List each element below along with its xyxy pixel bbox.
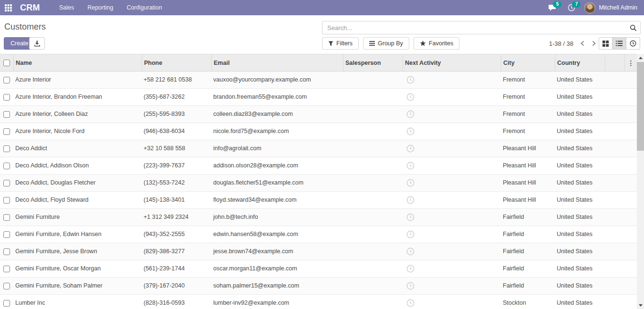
chevron-left-icon xyxy=(580,41,585,46)
row-checkbox[interactable] xyxy=(3,77,10,83)
cell-name: Deco Addict, Addison Olson xyxy=(13,157,142,174)
column-header-phone[interactable]: Phone xyxy=(142,54,211,71)
cell-options xyxy=(624,209,637,226)
select-all-checkbox[interactable] xyxy=(3,60,10,66)
table-row[interactable]: Gemini Furniture, Jesse Brown (829)-386-… xyxy=(0,243,637,260)
group-by-button[interactable]: Group By xyxy=(363,37,409,50)
kanban-view-button[interactable] xyxy=(599,37,613,50)
table-row[interactable]: Deco Addict +32 10 588 558 info@agrolait… xyxy=(0,140,637,157)
row-checkbox[interactable] xyxy=(3,231,10,238)
cell-city: Fairfield xyxy=(501,243,555,260)
cell-email: jesse.brown74@example.com xyxy=(211,243,343,260)
table-row[interactable]: Lumber Inc (828)-316-0593 lumber-inv92@e… xyxy=(0,295,637,309)
column-header-country[interactable]: Country xyxy=(555,54,605,71)
scrollbar-up-button[interactable] xyxy=(637,54,644,62)
cell-email: john.b@tech.info xyxy=(211,209,343,226)
row-checkbox[interactable] xyxy=(3,214,10,221)
table-row[interactable]: Gemini Furniture, Soham Palmer (379)-167… xyxy=(0,278,637,295)
table-row[interactable]: Gemini Furniture, Oscar Morgan (561)-239… xyxy=(0,260,637,278)
optional-columns-button[interactable]: ⋮ xyxy=(628,60,634,66)
top-navbar: CRM Sales Reporting Configuration 5 xyxy=(0,0,644,15)
cell-next-activity xyxy=(403,140,501,157)
menu-sales[interactable]: Sales xyxy=(53,0,80,15)
next-activity-clock-icon[interactable] xyxy=(406,179,415,187)
next-activity-clock-icon[interactable] xyxy=(406,127,415,135)
next-activity-clock-icon[interactable] xyxy=(406,265,415,273)
group-by-icon xyxy=(369,41,375,46)
next-activity-clock-icon[interactable] xyxy=(406,282,415,290)
table-row[interactable]: Gemini Furniture, Edwin Hansen (943)-352… xyxy=(0,226,637,243)
table-row[interactable]: Deco Addict, Floyd Steward (145)-138-340… xyxy=(0,192,637,209)
cell-next-activity xyxy=(403,123,501,140)
column-header-email[interactable]: Email xyxy=(211,54,343,71)
column-header-next-activity[interactable]: Next Activity xyxy=(403,54,501,71)
table-row[interactable]: Deco Addict, Douglas Fletcher (132)-553-… xyxy=(0,175,637,192)
column-header-name[interactable]: Name xyxy=(13,54,142,71)
next-activity-clock-icon[interactable] xyxy=(406,196,415,204)
row-checkbox[interactable] xyxy=(3,163,10,169)
row-checkbox[interactable] xyxy=(3,145,10,152)
cell-city: Fairfield xyxy=(501,278,555,294)
pager-next-button[interactable] xyxy=(592,41,596,46)
list-view-button[interactable] xyxy=(613,37,626,50)
next-activity-clock-icon[interactable] xyxy=(406,93,415,101)
row-checkbox-cell xyxy=(0,278,13,294)
menu-configuration[interactable]: Configuration xyxy=(121,0,167,15)
cell-name: Azure Interior, Colleen Diaz xyxy=(13,106,142,123)
next-activity-clock-icon[interactable] xyxy=(406,110,415,118)
next-activity-clock-icon[interactable] xyxy=(406,299,415,307)
table-row[interactable]: Azure Interior, Brandon Freeman (355)-68… xyxy=(0,89,637,106)
activities-button[interactable]: 7 xyxy=(563,0,580,15)
cell-country: United States xyxy=(555,260,605,277)
cell-name: Deco Addict, Floyd Steward xyxy=(13,192,142,208)
row-checkbox-cell xyxy=(0,226,13,243)
column-header-salesperson[interactable]: Salesperson xyxy=(343,54,403,71)
row-checkbox[interactable] xyxy=(3,111,10,118)
cell-salesperson xyxy=(343,72,403,88)
cell-email: douglas.fletcher51@example.com xyxy=(211,175,343,191)
favorites-button[interactable]: Favorites xyxy=(414,37,459,50)
user-menu[interactable]: Mitchell Admin xyxy=(582,2,639,13)
row-checkbox[interactable] xyxy=(3,197,10,204)
cell-country: United States xyxy=(555,72,605,88)
next-activity-clock-icon[interactable] xyxy=(406,213,415,221)
apps-menu-button[interactable] xyxy=(0,0,16,15)
table-row[interactable]: Deco Addict, Addison Olson (223)-399-763… xyxy=(0,157,637,175)
next-activity-clock-icon[interactable] xyxy=(406,247,415,256)
scrollbar-thumb[interactable] xyxy=(637,62,644,151)
next-activity-clock-icon[interactable] xyxy=(406,230,415,238)
row-checkbox[interactable] xyxy=(3,248,10,255)
cell-phone: (379)-167-2040 xyxy=(142,278,211,294)
app-brand[interactable]: CRM xyxy=(20,3,40,13)
scrollbar-down-button[interactable] xyxy=(637,301,644,309)
next-activity-clock-icon[interactable] xyxy=(406,76,415,84)
cell-filler xyxy=(605,295,624,309)
menu-reporting[interactable]: Reporting xyxy=(82,0,119,15)
pager-previous-button[interactable] xyxy=(580,41,585,46)
activity-view-button[interactable] xyxy=(626,37,640,50)
search-input[interactable] xyxy=(322,24,626,31)
filters-button[interactable]: Filters xyxy=(322,37,359,50)
row-checkbox[interactable] xyxy=(3,266,10,272)
row-checkbox-cell xyxy=(0,295,13,309)
table-row[interactable]: Azure Interior +58 212 681 0538 vauxoo@y… xyxy=(0,72,637,89)
search-button[interactable] xyxy=(626,21,640,34)
cell-filler xyxy=(605,278,624,294)
cell-city: Fairfield xyxy=(501,226,555,243)
export-button[interactable] xyxy=(29,37,45,50)
cell-name: Gemini Furniture, Soham Palmer xyxy=(13,278,142,294)
next-activity-clock-icon[interactable] xyxy=(406,144,415,153)
row-checkbox[interactable] xyxy=(3,283,10,289)
table-row[interactable]: Azure Interior, Nicole Ford (946)-638-60… xyxy=(0,123,637,140)
table-row[interactable]: Gemini Furniture +1 312 349 2324 john.b@… xyxy=(0,209,637,226)
row-checkbox[interactable] xyxy=(3,128,10,135)
table-row[interactable]: Azure Interior, Colleen Diaz (255)-595-8… xyxy=(0,106,637,123)
messages-button[interactable]: 5 xyxy=(544,0,561,15)
column-header-city[interactable]: City xyxy=(501,54,555,71)
row-checkbox[interactable] xyxy=(3,300,10,307)
next-activity-clock-icon[interactable] xyxy=(406,162,415,170)
row-checkbox[interactable] xyxy=(3,94,10,101)
row-checkbox[interactable] xyxy=(3,180,10,186)
cell-city: Pleasant Hill xyxy=(501,175,555,191)
cell-country: United States xyxy=(555,243,605,260)
